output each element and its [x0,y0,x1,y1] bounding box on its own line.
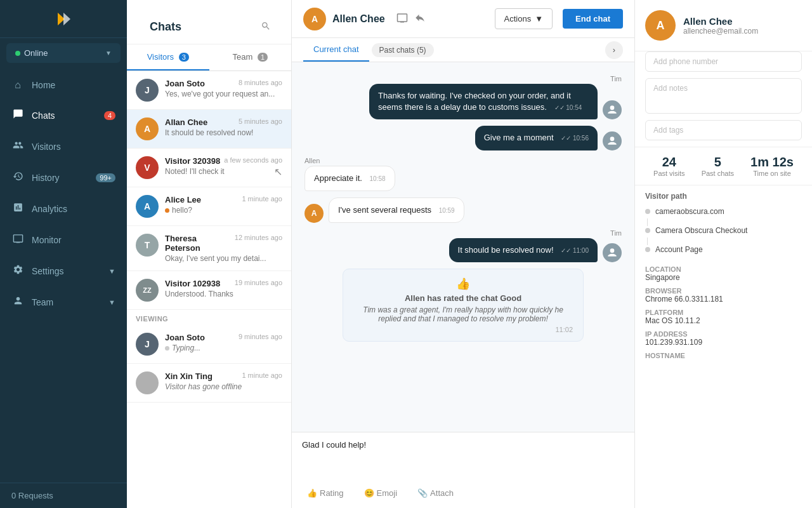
list-item[interactable]: V Visitor 320398 a few seconds ago Noted… [127,149,291,187]
message-row: Allen Appreciate it. 10:58 [304,157,622,191]
chat-preview: Typing... [165,344,282,352]
sidebar-item-chats[interactable]: Chats 4 [0,100,127,131]
visitor-info-panel: A Allen Chee allenchee@email.com Add pho… [634,0,812,508]
transfer-icon[interactable] [414,12,426,26]
avatar [136,371,159,394]
messages-area: Tim Thanks for waiting. I've checked on … [292,62,634,432]
tab-nav-right[interactable]: › [605,41,623,59]
message-sender: Tim [610,229,622,237]
monitor-icon [11,233,24,246]
attach-icon: 📎 [417,488,428,498]
tab-team[interactable]: Team 1 [209,44,292,70]
rating-tool-button[interactable]: 👍 Rating [302,486,349,500]
chat-time: 5 minutes ago [239,117,282,127]
message-timestamp: ✓✓ 11:00 [561,247,589,254]
ip-key: IP Address [645,330,802,338]
chat-tabs: Visitors 3 Team 1 [127,44,291,71]
rating-label: Rating [320,488,344,498]
time-on-site-label: Time on site [750,170,794,177]
sidebar-item-settings[interactable]: Settings ▼ [0,255,127,286]
sidebar-item-team[interactable]: Team ▼ [0,286,127,318]
tab-current-chat[interactable]: Current chat [303,38,369,62]
visitor-info-section: Location Singapore Browser Chrome 66.0.3… [635,263,812,370]
sidebar-item-home[interactable]: ⌂ Home [0,70,127,100]
team-tab-badge: 1 [258,53,268,62]
actions-button[interactable]: Actions ▼ [495,8,553,29]
notes-field[interactable]: Add notes [645,78,802,114]
chat-name: Xin Xin Ting [165,371,213,381]
list-item[interactable]: ZZ Visitor 102938 19 minutes ago Underst… [127,271,291,310]
chat-preview: Understood. Thanks [165,290,282,298]
tab-past-chats[interactable]: Past chats (5) [372,43,434,57]
settings-expand-icon: ▼ [108,267,115,275]
requests-label: 0 Requests [0,483,127,508]
online-status-button[interactable]: Online ▼ [6,43,121,63]
chat-header: A Allen Chee Actions ▼ End chat [292,0,634,38]
chat-list-title: Chats [138,10,193,39]
tags-field[interactable]: Add tags [645,120,802,140]
visitor-stats: 24 Past visits 5 Past chats 1m 12s Time … [635,147,812,185]
end-chat-button[interactable]: End chat [563,9,623,29]
list-item[interactable]: T Theresa Peterson 12 minutes ago Okay, … [127,226,291,271]
chat-time: 8 minutes ago [239,79,282,88]
sidebar-label-analytics: Analytics [32,204,67,214]
chat-name: Visitor 102938 [165,279,220,288]
emoji-tool-button[interactable]: 😊 Emoji [359,486,403,500]
tab-visitors[interactable]: Visitors 3 [127,44,209,70]
status-dot [165,208,169,213]
chat-preview: Noted! I'll check it [165,167,282,176]
cursor-icon: ↖ [274,166,282,178]
attach-label: Attach [430,488,454,498]
time-on-site-value: 1m 12s [750,155,794,170]
ip-value: 101.239.931.109 [645,338,802,347]
profile-avatar: A [645,10,676,41]
sidebar-logo [0,0,127,38]
message-text: Give me a moment [484,133,554,142]
sidebar-item-history[interactable]: History 99+ [0,162,127,193]
chat-time: 1 minute ago [242,371,282,381]
profile-email: allenchee@email.com [683,27,758,36]
list-item[interactable]: A Alice Lee 1 minute ago hello? [127,187,291,226]
list-item[interactable]: A Allan Chee 5 minutes ago It should be … [127,110,291,149]
message-input-area: 👍 Rating 😊 Emoji 📎 Attach [292,432,634,508]
sidebar: Online ▼ ⌂ Home Chats 4 Visitors History… [0,0,127,508]
sidebar-item-monitor[interactable]: Monitor [0,224,127,255]
sidebar-label-settings: Settings [32,266,64,276]
time-on-site-stat: 1m 12s Time on site [750,155,794,177]
search-icon[interactable] [261,21,271,34]
message-bubble: Thanks for waiting. I've checked on your… [369,84,598,119]
message-input[interactable] [302,440,624,481]
chat-list-panel: Chats Visitors 3 Team 1 J Joan Soto 8 mi… [127,0,292,508]
avatar: J [136,333,159,356]
avatar: A [136,117,159,140]
monitor-screen-icon[interactable] [396,12,408,26]
message-bubble: I've sent several requests 10:59 [329,197,464,223]
chat-header-icons [396,12,426,26]
emoji-label: Emoji [377,488,398,498]
attach-tool-button[interactable]: 📎 Attach [412,486,459,500]
past-visits-label: Past visits [653,170,685,177]
rating-text: Allen has rated the chat Good [353,293,573,303]
actions-chevron-icon: ▼ [535,14,543,23]
visitors-tab-badge: 3 [179,53,189,62]
avatar: J [136,79,159,102]
sidebar-navigation: ⌂ Home Chats 4 Visitors History 99+ [0,68,127,483]
avatar: ZZ [136,279,159,302]
list-item[interactable]: Xin Xin Ting 1 minute ago Visitor has go… [127,364,291,403]
app-logo-icon [52,8,75,30]
phone-field[interactable]: Add phone number [645,51,802,72]
sidebar-label-history: History [32,173,60,183]
sidebar-label-team: Team [32,297,53,307]
info-row-browser: Browser Chrome 66.0.3311.181 [645,287,802,304]
sidebar-item-visitors[interactable]: Visitors [0,131,127,162]
message-timestamp: 10:58 [370,175,386,182]
path-item: Camera Obscura Checkout [645,226,802,235]
list-item[interactable]: J Joan Soto 8 minutes ago Yes, we've got… [127,71,291,110]
list-item[interactable]: J Joan Soto 9 minutes ago Typing... [127,325,291,364]
message-text: I've sent several requests [338,205,431,215]
team-expand-icon: ▼ [108,298,115,306]
path-item: cameraobscura.com [645,207,802,216]
sidebar-item-analytics[interactable]: Analytics [0,193,127,224]
online-dot [15,51,20,56]
chat-time: 12 minutes ago [235,234,282,253]
